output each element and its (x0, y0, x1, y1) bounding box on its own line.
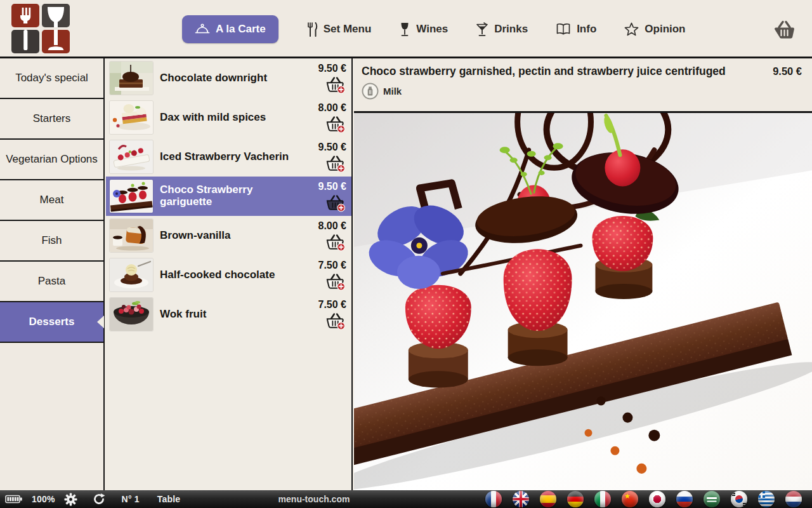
sidebar-item-label: Starters (33, 112, 71, 125)
dish-list: Chocolate downright 9.50 € (106, 58, 353, 490)
main-nav: A la Carte Set Menu Wines (182, 0, 686, 58)
dish-price: 9.50 € (318, 63, 346, 74)
add-to-basket-icon[interactable] (325, 75, 346, 94)
refresh-button[interactable] (93, 493, 105, 505)
allergen-label: Milk (383, 86, 402, 97)
tab-drinks[interactable]: Drinks (476, 22, 528, 37)
device-number: N° 1 (122, 494, 140, 504)
language-selector (485, 491, 802, 507)
sidebar-item-label: Pasta (38, 275, 65, 288)
flag-chinese-icon[interactable] (622, 491, 638, 507)
sidebar-item-starters[interactable]: Starters (0, 99, 103, 140)
cocktail-icon (476, 22, 488, 37)
dish-name: Brown-vanilla (153, 230, 291, 242)
settings-button[interactable] (64, 493, 77, 506)
list-item-wok-fruit[interactable]: Wok fruit 7.50 € (106, 295, 351, 334)
milk-bottle-icon (362, 83, 379, 100)
flag-korean-icon[interactable] (731, 491, 747, 507)
allergen-badge: Milk (362, 83, 802, 100)
detail-header: Choco strawberry garnished, pectin and s… (354, 58, 812, 113)
add-to-basket-icon[interactable] (325, 114, 346, 133)
tab-info[interactable]: Info (556, 23, 596, 36)
status-bar: 100% (0, 490, 812, 508)
dish-name: Choco Strawberry gariguette (153, 184, 291, 208)
dish-thumbnail (110, 62, 153, 95)
wine-glass-icon (399, 22, 410, 37)
dish-thumbnail (110, 101, 153, 134)
detail-price: 9.50 € (773, 65, 802, 77)
sidebar-item-desserts[interactable]: Desserts (0, 302, 103, 343)
book-icon (556, 23, 571, 36)
list-item-half-cooked-chocolate[interactable]: Half-cooked chocolate 7.50 € (106, 255, 351, 295)
sidebar-item-label: Fish (41, 234, 62, 247)
dish-price: 7.50 € (318, 260, 346, 271)
tab-label: Info (577, 23, 596, 36)
dish-name: Dax with mild spices (153, 112, 291, 124)
sidebar-item-todays-special[interactable]: Today's special (0, 58, 103, 99)
category-sidebar: Today's special Starters Vegetarian Opti… (0, 58, 105, 490)
sidebar-item-pasta[interactable]: Pasta (0, 262, 103, 302)
dish-name: Half-cooked chocolate (153, 269, 291, 281)
tab-label: A la Carte (216, 23, 266, 36)
sidebar-item-label: Meat (40, 194, 64, 206)
tab-label: Drinks (494, 23, 528, 36)
dish-thumbnail (110, 258, 153, 291)
dish-price: 9.50 € (318, 181, 346, 192)
top-bar: A la Carte Set Menu Wines (0, 0, 812, 58)
flag-french-icon[interactable] (485, 491, 502, 507)
list-item-chocolate-downright[interactable]: Chocolate downright 9.50 € (106, 58, 351, 98)
sidebar-item-label: Desserts (29, 316, 75, 328)
sidebar-item-vegetarian-options[interactable]: Vegetarian Options (0, 140, 103, 180)
tab-opinion[interactable]: Opinion (624, 22, 685, 36)
add-to-basket-icon[interactable] (325, 311, 346, 330)
sidebar-item-label: Today's special (15, 72, 88, 84)
flag-german-icon[interactable] (567, 491, 584, 507)
tab-a-la-carte[interactable]: A la Carte (182, 15, 278, 43)
website-label: menu-touch.com (254, 494, 374, 504)
dish-price: 8.00 € (318, 102, 346, 114)
flag-russian-icon[interactable] (676, 491, 693, 507)
sidebar-item-meat[interactable]: Meat (0, 180, 103, 221)
cutlery-icon (306, 22, 318, 37)
add-to-basket-icon[interactable] (325, 154, 346, 173)
table-label: Table (157, 494, 181, 504)
gear-icon (64, 493, 77, 506)
flag-japanese-icon[interactable] (649, 491, 665, 507)
tab-wines[interactable]: Wines (399, 22, 448, 37)
tab-label: Opinion (645, 23, 685, 36)
dish-thumbnail (110, 180, 153, 213)
flag-greek-icon[interactable] (758, 491, 775, 507)
dish-thumbnail (110, 298, 153, 331)
detail-title: Choco strawberry garnished, pectin and s… (362, 65, 726, 78)
tab-label: Set Menu (324, 23, 372, 36)
list-item-dax-with-mild-spices[interactable]: Dax with mild spices 8.00 € (106, 98, 351, 137)
main-area: Today's special Starters Vegetarian Opti… (0, 58, 812, 490)
add-to-basket-icon[interactable] (325, 232, 346, 251)
flag-dutch-icon[interactable] (785, 491, 802, 507)
selected-arrow-notch (97, 316, 104, 328)
sidebar-item-fish[interactable]: Fish (0, 221, 103, 262)
dish-name: Chocolate downright (153, 72, 291, 84)
dish-price: 8.00 € (318, 220, 346, 232)
flag-arabic-icon[interactable] (704, 491, 720, 507)
tab-set-menu[interactable]: Set Menu (306, 22, 372, 37)
flag-spanish-icon[interactable] (540, 491, 556, 507)
restaurant-logo (11, 4, 70, 53)
dish-name: Iced Strawberry Vacherin (153, 151, 291, 163)
tab-label: Wines (416, 23, 448, 36)
battery-icon (5, 494, 23, 504)
dish-name: Wok fruit (153, 309, 291, 321)
flag-italian-icon[interactable] (594, 491, 611, 507)
add-to-basket-icon[interactable] (325, 272, 346, 291)
flag-english-icon[interactable] (513, 491, 529, 507)
basket-icon[interactable] (773, 19, 797, 41)
add-to-basket-icon[interactable] (325, 193, 346, 212)
list-item-iced-strawberry-vacherin[interactable]: Iced Strawberry Vacherin 9.50 € (106, 137, 351, 177)
dish-price: 9.50 € (318, 142, 346, 153)
dish-detail-panel: Choco strawberry garnished, pectin and s… (354, 58, 812, 490)
refresh-icon (93, 493, 105, 505)
list-item-brown-vanilla[interactable]: Brown-vanilla 8.00 € (106, 216, 351, 255)
cloche-icon (195, 23, 210, 36)
dish-thumbnail (110, 219, 153, 252)
list-item-choco-strawberry-gariguette[interactable]: Choco Strawberry gariguette 9.50 € (106, 177, 351, 216)
